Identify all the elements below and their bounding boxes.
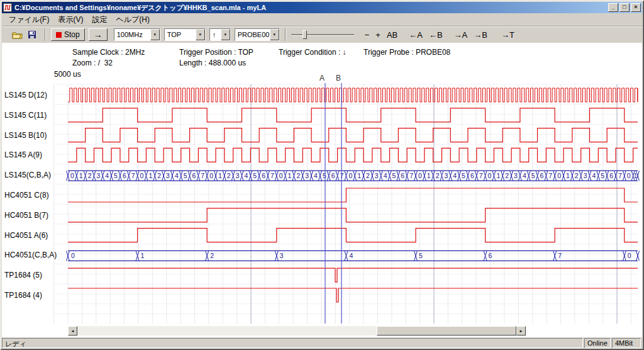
svg-text:7: 7: [201, 172, 204, 179]
goto-cursor-b-right-button[interactable]: →B: [470, 28, 491, 42]
stop-button[interactable]: Stop: [51, 28, 85, 41]
probe-combo-value: PROBE00: [235, 29, 270, 40]
app-icon: [3, 3, 12, 12]
menu-file[interactable]: ファイル(F): [4, 13, 53, 26]
title-bar[interactable]: C:¥Documents and Settings¥noname¥デスクトップ¥…: [2, 2, 642, 13]
ab-range-button[interactable]: AB: [384, 28, 401, 42]
channel-label[interactable]: LS145 B(10): [4, 131, 47, 140]
svg-text:2: 2: [575, 172, 579, 179]
goto-trigger-button[interactable]: →T: [498, 28, 518, 42]
minimize-button[interactable]: _: [608, 3, 618, 12]
goto-cursor-a-right-button[interactable]: →A: [451, 28, 471, 42]
svg-text:7: 7: [479, 172, 483, 179]
channel-label[interactable]: LS145 A(9): [4, 150, 42, 159]
save-button[interactable]: [25, 28, 40, 42]
svg-text:4: 4: [175, 172, 179, 179]
channel-label[interactable]: HC4051 B(7): [4, 211, 48, 220]
edge-combo[interactable]: ↑ ▼: [209, 28, 231, 41]
channel-label[interactable]: TP1684 (4): [4, 291, 42, 300]
chevron-down-icon[interactable]: ▼: [150, 29, 160, 40]
window-controls: _ □ ×: [608, 3, 641, 12]
svg-text:1: 1: [357, 172, 361, 179]
stop-label: Stop: [64, 30, 80, 39]
scroll-right-icon[interactable]: ►: [516, 326, 526, 336]
scroll-left-icon[interactable]: ◄: [68, 326, 77, 336]
svg-text:1: 1: [141, 252, 145, 259]
goto-cursor-a-left-button[interactable]: ←A: [406, 28, 426, 42]
svg-text:1: 1: [218, 172, 222, 179]
svg-text:5: 5: [462, 172, 465, 179]
channel-label[interactable]: HC4051(C,B,A): [4, 251, 57, 259]
svg-text:6: 6: [470, 172, 474, 179]
menu-bar: ファイル(F) 表示(V) 設定 ヘルプ(H): [2, 13, 642, 26]
close-button[interactable]: ×: [631, 3, 641, 12]
time-scale-label: 5000 us: [54, 70, 81, 79]
maximize-button[interactable]: □: [619, 3, 630, 12]
channel-label[interactable]: HC4051 C(8): [4, 191, 49, 200]
app-window: C:¥Documents and Settings¥noname¥デスクトップ¥…: [0, 0, 644, 350]
zoom-readout: Zoom : / 32: [72, 59, 113, 67]
zoom-in-button[interactable]: +: [372, 28, 384, 42]
channel-label[interactable]: LS145 C(11): [4, 111, 47, 120]
chevron-down-icon[interactable]: ▼: [196, 29, 205, 40]
status-online-badge: Online: [584, 338, 611, 348]
svg-text:0: 0: [627, 172, 631, 179]
svg-text:5: 5: [114, 172, 118, 179]
svg-text:0: 0: [71, 252, 75, 259]
probe-combo[interactable]: PROBE00 ▼: [235, 28, 280, 41]
slider-thumb[interactable]: [303, 30, 307, 39]
run-arrow-icon: →: [94, 30, 103, 40]
svg-text:2: 2: [505, 172, 509, 179]
chevron-down-icon[interactable]: ▼: [221, 29, 230, 40]
svg-text:5: 5: [184, 172, 187, 179]
svg-text:6: 6: [489, 252, 492, 259]
menu-settings[interactable]: 設定: [87, 13, 111, 26]
clock-combo[interactable]: 100MHz ▼: [114, 28, 160, 41]
svg-text:1: 1: [566, 172, 570, 179]
chevron-down-icon[interactable]: ▼: [270, 29, 279, 40]
scroll-track[interactable]: [77, 326, 516, 336]
svg-text:3: 3: [444, 172, 448, 179]
svg-text:4: 4: [244, 172, 248, 179]
channel-label[interactable]: HC4051 A(6): [4, 231, 48, 240]
waveform-canvas[interactable]: 0123456701234567012345670123456701234567…: [0, 68, 644, 327]
open-button[interactable]: [9, 28, 25, 42]
svg-text:3: 3: [96, 172, 100, 179]
svg-text:B: B: [336, 74, 341, 82]
svg-text:2: 2: [157, 172, 161, 179]
svg-text:4: 4: [592, 172, 596, 179]
trigger-position-readout: Trigger Position : TOP: [179, 48, 253, 57]
toolbar-separator: [285, 28, 286, 41]
svg-text:5: 5: [323, 172, 326, 179]
svg-text:2: 2: [88, 172, 92, 179]
svg-text:0: 0: [140, 172, 144, 179]
channel-label[interactable]: LS145 D(12): [4, 91, 47, 99]
zoom-slider[interactable]: [291, 28, 354, 41]
svg-text:6: 6: [123, 172, 126, 179]
toolbar: Stop → 100MHz ▼ TOP ▼ ↑ ▼ PROBE00 ▼ − + …: [2, 26, 642, 43]
svg-text:1: 1: [633, 172, 637, 179]
channel-label[interactable]: LS145(C,B,A): [4, 171, 51, 179]
trigger-condition-readout: Trigger Condition : ↓: [279, 48, 347, 57]
svg-text:6: 6: [262, 172, 265, 179]
svg-text:3: 3: [236, 172, 240, 179]
horizontal-scrollbar[interactable]: ◄ ►: [68, 326, 526, 336]
svg-text:0: 0: [279, 172, 283, 179]
svg-text:4: 4: [523, 172, 526, 179]
menu-help[interactable]: ヘルプ(H): [111, 13, 154, 26]
svg-text:7: 7: [548, 172, 552, 179]
svg-text:5: 5: [531, 172, 535, 179]
clock-combo-value: 100MHz: [114, 29, 150, 40]
zoom-out-button[interactable]: −: [362, 28, 373, 42]
svg-text:1: 1: [496, 172, 500, 179]
svg-text:3: 3: [166, 172, 170, 179]
edge-combo-value: ↑: [210, 29, 221, 40]
trigger-position-combo[interactable]: TOP ▼: [164, 28, 206, 41]
run-button[interactable]: →: [89, 28, 108, 41]
goto-cursor-b-left-button[interactable]: ←B: [426, 28, 446, 42]
svg-text:0: 0: [628, 252, 631, 259]
svg-text:A: A: [319, 74, 325, 82]
menu-view[interactable]: 表示(V): [53, 13, 87, 26]
channel-label[interactable]: TP1684 (5): [4, 271, 42, 279]
scroll-thumb[interactable]: [377, 326, 516, 336]
